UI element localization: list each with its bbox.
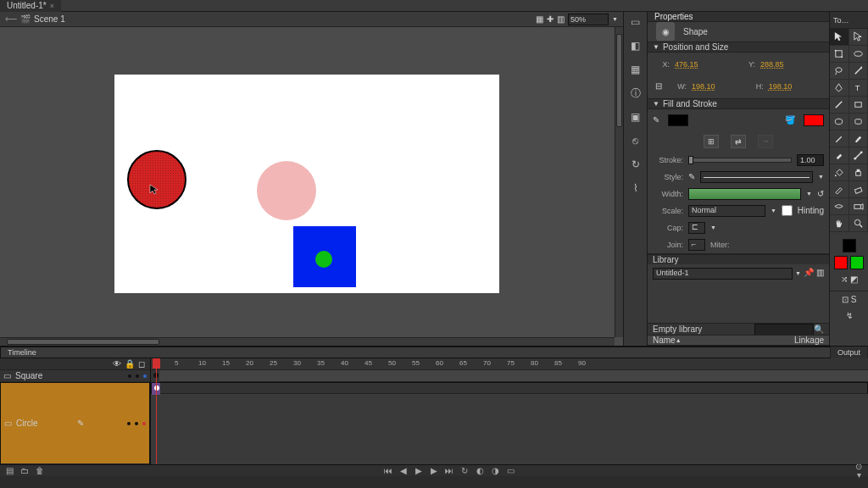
obj-drawing-icon[interactable]: ⊞ <box>704 135 719 148</box>
shape-red-circle[interactable] <box>127 150 186 209</box>
track-circle[interactable] <box>151 382 868 394</box>
timeline-menu-icon[interactable]: ▾ <box>854 471 863 480</box>
workspace-icon[interactable]: ▥ <box>557 14 565 24</box>
back-icon[interactable]: ⟵ <box>5 14 17 24</box>
x-value[interactable]: 476.15 <box>675 60 698 69</box>
edit-scene-icon[interactable]: ▦ <box>536 14 543 24</box>
section-position-size[interactable]: ▼Position and Size <box>648 42 829 53</box>
hscroll-thumb[interactable] <box>7 339 159 345</box>
history-panel-icon[interactable]: ↻ <box>629 158 643 171</box>
stroke-knob[interactable] <box>688 156 693 164</box>
pencil-tool[interactable] <box>830 130 849 147</box>
straighten-icon[interactable]: ↯ <box>846 311 853 320</box>
transform-panel-icon[interactable]: ▣ <box>629 110 643 124</box>
shape-green-circle[interactable] <box>315 251 332 268</box>
ink-bottle-tool[interactable] <box>849 164 869 181</box>
play-icon[interactable]: ▶ <box>415 467 423 475</box>
paint-bucket-tool[interactable] <box>830 164 849 181</box>
swatches-panel-icon[interactable]: ▦ <box>629 63 643 76</box>
components-panel-icon[interactable]: ⎋ <box>629 134 643 147</box>
frames-area[interactable]: 151015202530354045505560657075808590 <box>151 358 868 464</box>
visibility-icon[interactable]: 👁 <box>113 359 121 369</box>
polystar-tool[interactable] <box>849 114 869 130</box>
align-panel-icon[interactable]: ▭ <box>629 15 643 29</box>
scene-name[interactable]: Scene 1 <box>34 14 65 24</box>
smooth-icon[interactable]: S <box>851 295 857 304</box>
eraser-tool[interactable] <box>849 181 869 198</box>
swap-colors-icon[interactable]: ⤮ <box>841 274 848 284</box>
stroke-value-input[interactable] <box>797 154 824 166</box>
y-value[interactable]: 288.85 <box>760 60 784 69</box>
options-icon[interactable]: ┄ <box>758 135 773 148</box>
aspect-lock-icon[interactable]: ⊟ <box>653 81 665 91</box>
magic-wand-tool[interactable] <box>849 63 869 80</box>
text-tool[interactable]: T <box>849 80 869 97</box>
library-doc-select[interactable]: Untitled-1 <box>653 268 793 280</box>
library-search-input[interactable] <box>754 324 814 336</box>
style-dropdown-icon[interactable]: ▼ <box>818 174 824 180</box>
outline-icon[interactable]: ◻ <box>138 359 145 369</box>
fill-color-swatch-2[interactable] <box>850 256 864 269</box>
shape-pink-circle[interactable] <box>257 161 316 220</box>
info-panel-icon[interactable]: ⓘ <box>629 86 643 100</box>
tab-output[interactable]: Output <box>831 347 868 358</box>
frame-ruler[interactable]: 151015202530354045505560657075808590 <box>151 358 868 370</box>
fill-color-swatch[interactable] <box>834 256 848 269</box>
cap-dropdown-icon[interactable]: ▼ <box>710 225 716 230</box>
onion-skin-icon[interactable]: ◐ <box>476 467 484 475</box>
symbol-icon[interactable]: ✚ <box>547 14 554 24</box>
lock-icon[interactable]: 🔒 <box>125 359 135 369</box>
zoom-dropdown-icon[interactable]: ▼ <box>612 16 618 22</box>
sort-up-icon[interactable]: ▲ <box>676 337 682 343</box>
snap-icon[interactable]: ⊡ <box>842 295 849 304</box>
subselection-tool[interactable] <box>849 29 869 46</box>
stage-area[interactable] <box>0 27 623 346</box>
section-fill-stroke[interactable]: ▼Fill and Stroke <box>648 98 829 109</box>
loop-icon[interactable]: ↻ <box>460 467 469 475</box>
stroke-swatch[interactable] <box>804 114 824 126</box>
tab-timeline[interactable]: Timeline <box>0 347 831 358</box>
onion-outline-icon[interactable]: ◑ <box>491 467 499 475</box>
pin-icon[interactable]: 📌 <box>804 268 814 280</box>
cap-select[interactable]: ⊏ <box>688 222 705 234</box>
zoom-tool[interactable] <box>849 215 869 232</box>
bone-tool[interactable] <box>849 147 869 164</box>
layer-row[interactable]: ▭ Square <box>0 370 150 382</box>
new-lib-icon[interactable]: ▥ <box>816 268 824 280</box>
camera-tool[interactable] <box>849 198 869 215</box>
layer-row[interactable]: ▭ Circle ✎ <box>0 382 150 464</box>
pen-tool[interactable] <box>830 80 849 97</box>
rectangle-tool[interactable] <box>849 97 869 114</box>
delete-layer-icon[interactable]: 🗑 <box>36 467 44 475</box>
width-tool[interactable] <box>830 198 849 215</box>
lib-col-linkage[interactable]: Linkage <box>794 336 824 345</box>
new-folder-icon[interactable]: 🗀 <box>20 467 29 475</box>
width-select[interactable] <box>688 188 801 200</box>
w-value[interactable]: 198.10 <box>692 82 715 91</box>
width-dropdown-icon[interactable]: ▼ <box>806 191 812 197</box>
first-frame-icon[interactable]: ⏮ <box>384 467 392 475</box>
search-icon[interactable]: 🔍 <box>814 324 824 334</box>
edit-frames-icon[interactable]: ▭ <box>506 467 515 475</box>
lasso-tool[interactable] <box>830 63 849 80</box>
style-select[interactable] <box>700 171 813 183</box>
scale-select[interactable]: Normal <box>688 205 765 217</box>
free-transform-tool[interactable] <box>830 46 849 63</box>
scale-dropdown-icon[interactable]: ▼ <box>771 208 776 214</box>
next-frame-icon[interactable]: ▶ <box>430 467 438 475</box>
prev-frame-icon[interactable]: ◀ <box>399 467 408 475</box>
lib-col-name[interactable]: Name <box>653 336 676 345</box>
fill-swatch[interactable] <box>668 114 688 126</box>
horizontal-scrollbar[interactable] <box>0 337 615 346</box>
line-tool[interactable] <box>830 97 849 114</box>
hinting-checkbox[interactable] <box>782 205 793 216</box>
default-colors-icon[interactable]: ◩ <box>850 274 858 284</box>
playhead[interactable] <box>156 358 157 464</box>
selection-tool[interactable] <box>830 29 849 46</box>
close-icon[interactable]: × <box>50 2 54 10</box>
vscroll-thumb[interactable] <box>616 34 622 127</box>
zoom-select[interactable] <box>568 14 609 25</box>
lib-dd-icon[interactable]: ▼ <box>795 270 801 276</box>
stroke-slider[interactable] <box>688 158 792 163</box>
reset-icon[interactable]: ↺ <box>817 189 824 198</box>
